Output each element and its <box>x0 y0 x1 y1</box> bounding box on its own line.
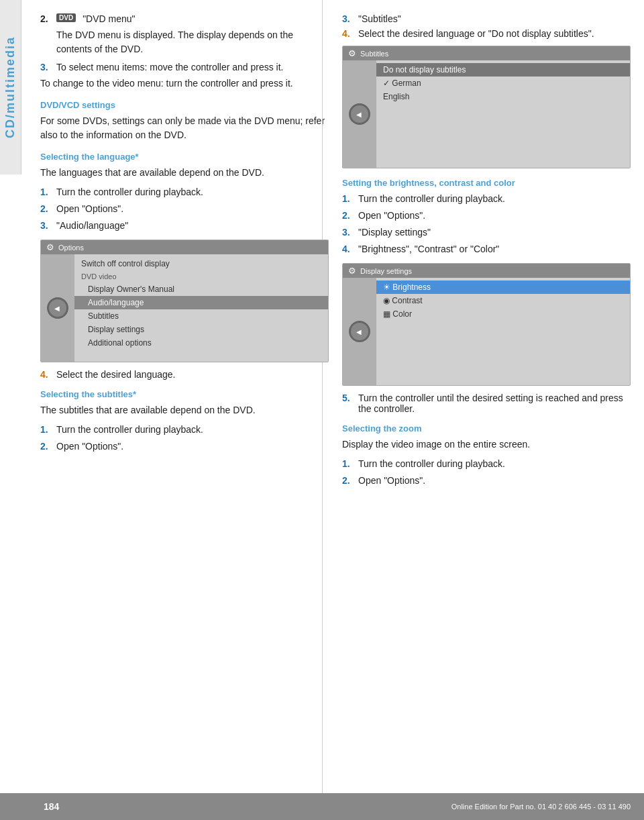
step-2-desc: The DVD menu is displayed. The display d… <box>56 28 329 56</box>
step-2-dvd: 2. DVD "DVD menu" <box>40 13 329 24</box>
dvd-vcd-heading: DVD/VCD settings <box>40 100 329 110</box>
mockup-menu: ☀ Brightness ◉ Contrast ▦ Color <box>376 278 630 385</box>
zoom-steps: 1. Turn the controller during playback. … <box>342 457 631 488</box>
step-3-sub: 3. "Subtitles" <box>342 13 631 24</box>
step-text: "Brightness", "Contrast" or "Color" <box>358 242 499 256</box>
column-divider <box>322 0 323 793</box>
step-4-sub-text: Select the desired language or "Do not d… <box>358 28 594 39</box>
language-desc: The languages that are available depend … <box>40 166 329 180</box>
mockup-menu: Do not display subtitles ✓ German Englis… <box>376 60 630 168</box>
step-text: Turn the controller during playback. <box>56 423 203 437</box>
sub-step-2: 2. Open "Options". <box>40 440 329 454</box>
lang-step-2: 2. Open "Options". <box>40 202 329 216</box>
subtitles-mockup: ⚙ Subtitles Do not display subtitles ✓ G… <box>342 46 631 168</box>
brightness-heading: Setting the brightness, contrast and col… <box>342 178 631 188</box>
step-4-lang-text: Select the desired language. <box>56 369 175 380</box>
mockup-left-panel <box>343 60 376 168</box>
subtitles-desc: The subtitles that are available depend … <box>40 403 329 417</box>
zoom-step-1: 1. Turn the controller during playback. <box>342 457 631 471</box>
mockup-title-text: Display settings <box>360 267 412 275</box>
language-heading: Selecting the language* <box>40 152 329 162</box>
controller-knob <box>349 321 370 342</box>
menu-item-color: ▦ Color <box>376 307 630 321</box>
step-num: 3. <box>40 219 52 233</box>
subtitles-heading: Selecting the subtitles* <box>40 389 329 399</box>
step-text: Turn the controller during playback. <box>56 185 203 199</box>
mockup-left-panel <box>41 254 74 362</box>
step-num: 1. <box>40 185 52 199</box>
controller-knob <box>349 103 370 125</box>
bright-step-3: 3. "Display settings" <box>342 225 631 240</box>
step-text: "Audio/language" <box>56 219 128 233</box>
step-text: "Display settings" <box>358 225 431 240</box>
mockup-title: ⚙ Options <box>41 240 328 254</box>
menu-item-brightness: ☀ Brightness <box>376 280 630 294</box>
step-2-text: "DVD menu" <box>83 13 135 24</box>
lang-step-1: 1. Turn the controller during playback. <box>40 185 329 199</box>
dvd-icon: DVD <box>56 13 76 22</box>
gear-icon: ⚙ <box>348 48 356 58</box>
step-num: 5. <box>342 393 354 403</box>
bright-step-1: 1. Turn the controller during playback. <box>342 192 631 206</box>
step-num-2: 2. <box>40 13 52 24</box>
step-num: 4. <box>342 28 354 39</box>
step-3-text: To select menu items: move the controlle… <box>56 62 283 72</box>
mockup-title-text: Options <box>58 244 84 252</box>
mockup-body: Switch off control display DVD video Dis… <box>41 254 328 362</box>
bright-step-4: 4. "Brightness", "Contrast" or "Color" <box>342 242 631 256</box>
subtitle-steps: 1. Turn the controller during playback. … <box>40 423 329 454</box>
step-num-4: 4. <box>40 369 52 380</box>
step-num-3: 3. <box>40 62 52 72</box>
gear-icon: ⚙ <box>46 242 54 252</box>
mockup-body: ☀ Brightness ◉ Contrast ▦ Color <box>343 278 630 385</box>
dvd-vcd-desc: For some DVDs, settings can only be made… <box>40 114 329 142</box>
options-mockup: ⚙ Options Switch off control display DVD… <box>40 240 329 362</box>
bright-step-2: 2. Open "Options". <box>342 209 631 223</box>
mockup-menu: Switch off control display DVD video Dis… <box>74 254 328 362</box>
mockup-title-text: Subtitles <box>360 50 388 58</box>
page-number: 184 <box>13 801 59 812</box>
mockup-title: ⚙ Display settings <box>343 264 630 278</box>
step-4-sub: 4. Select the desired language or "Do no… <box>342 28 631 39</box>
mockup-left-panel <box>343 278 376 385</box>
step-num: 2. <box>40 202 52 216</box>
menu-item: Display Owner's Manual <box>74 283 328 296</box>
left-column: 2. DVD "DVD menu" The DVD menu is displa… <box>40 13 329 492</box>
menu-item: Display settings <box>74 323 328 336</box>
menu-item: Switch off control display <box>74 257 328 270</box>
lang-step-3: 3. "Audio/language" <box>40 219 329 233</box>
menu-item-contrast: ◉ Contrast <box>376 294 630 307</box>
zoom-step-2: 2. Open "Options". <box>342 474 631 488</box>
step-num: 1. <box>342 192 354 206</box>
sidebar-tab: CD/multimedia <box>0 0 21 174</box>
step-num: 2. <box>40 440 52 454</box>
step-text: Open "Options". <box>56 202 123 216</box>
menu-item-english: English <box>376 90 630 103</box>
step-3: 3. To select menu items: move the contro… <box>40 62 329 72</box>
step-text: Open "Options". <box>358 474 425 488</box>
menu-item-german: ✓ German <box>376 76 630 90</box>
step-num: 1. <box>342 457 354 471</box>
brightness-steps: 1. Turn the controller during playback. … <box>342 192 631 256</box>
step-text: Turn the controller during playback. <box>358 192 505 206</box>
step-4-lang: 4. Select the desired language. <box>40 369 329 380</box>
controller-knob <box>47 297 68 319</box>
step-num: 3. <box>342 13 354 24</box>
step-num: 2. <box>342 474 354 488</box>
change-note: To change to the video menu: turn the co… <box>40 76 329 91</box>
step-5-text: Turn the controller until the desired se… <box>358 393 631 414</box>
zoom-heading: Selecting the zoom <box>342 423 631 433</box>
sub-step-1: 1. Turn the controller during playback. <box>40 423 329 437</box>
step-num: 2. <box>342 209 354 223</box>
step-text: Open "Options". <box>56 440 123 454</box>
bottom-bar: 184 Online Edition for Part no. 01 40 2 … <box>0 793 644 820</box>
menu-item-audio: Audio/language <box>74 296 328 309</box>
language-steps: 1. Turn the controller during playback. … <box>40 185 329 233</box>
step-5-brightness: 5. Turn the controller until the desired… <box>342 393 631 414</box>
menu-section: DVD video <box>74 270 328 283</box>
zoom-desc: Display the video image on the entire sc… <box>342 438 631 452</box>
step-text: Turn the controller during playback. <box>358 457 505 471</box>
menu-item: Subtitles <box>74 309 328 323</box>
menu-item-donotdisplay: Do not display subtitles <box>376 63 630 76</box>
gear-icon: ⚙ <box>348 266 356 276</box>
